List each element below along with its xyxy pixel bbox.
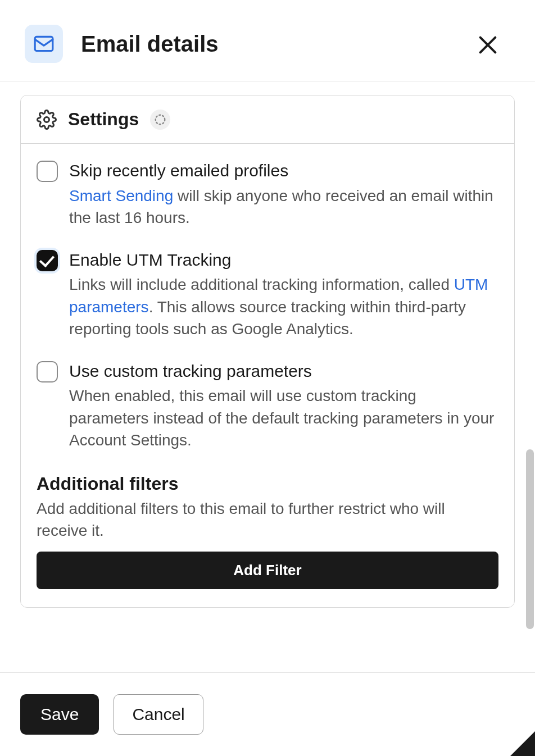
- close-button[interactable]: [475, 33, 500, 57]
- additional-filters-title: Additional filters: [37, 473, 498, 494]
- dialog-footer: Save Cancel: [0, 672, 535, 756]
- spinner-icon: [154, 113, 166, 126]
- additional-filters-desc: Add additional filters to this email to …: [37, 498, 498, 541]
- settings-panel-header: Settings: [21, 95, 514, 144]
- close-icon: [477, 34, 499, 56]
- settings-panel-title: Settings: [68, 109, 139, 130]
- option-enable-utm-tracking: Enable UTM Tracking Links will include a…: [37, 249, 498, 340]
- smart-sending-link[interactable]: Smart Sending: [69, 187, 173, 204]
- skip-recently-emailed-desc: Smart Sending will skip anyone who recei…: [69, 185, 498, 229]
- cancel-button[interactable]: Cancel: [114, 694, 203, 735]
- custom-tracking-label: Use custom tracking parameters: [69, 360, 498, 383]
- dialog-header: Email details: [0, 0, 535, 81]
- skip-recently-emailed-checkbox[interactable]: [37, 161, 58, 182]
- scrollbar-track[interactable]: [525, 95, 535, 635]
- custom-tracking-desc: When enabled, this email will use custom…: [69, 385, 498, 451]
- option-custom-tracking-parameters: Use custom tracking parameters When enab…: [37, 360, 498, 451]
- gear-icon: [37, 110, 57, 130]
- enable-utm-tracking-desc: Links will include additional tracking i…: [69, 274, 498, 340]
- mail-icon: [33, 33, 55, 54]
- enable-utm-tracking-label: Enable UTM Tracking: [69, 249, 498, 272]
- scrollbar-thumb[interactable]: [526, 449, 534, 629]
- settings-panel-body: Skip recently emailed profiles Smart Sen…: [21, 144, 514, 607]
- utm-desc-before: Links will include additional tracking i…: [69, 276, 454, 293]
- skip-recently-emailed-label: Skip recently emailed profiles: [69, 160, 498, 183]
- svg-point-4: [156, 115, 165, 124]
- skip-recently-emailed-text: Skip recently emailed profiles Smart Sen…: [69, 160, 498, 229]
- add-filter-button[interactable]: Add Filter: [37, 552, 498, 589]
- svg-rect-0: [35, 37, 53, 51]
- resize-handle[interactable]: [510, 731, 535, 756]
- option-skip-recently-emailed: Skip recently emailed profiles Smart Sen…: [37, 160, 498, 229]
- enable-utm-tracking-text: Enable UTM Tracking Links will include a…: [69, 249, 498, 340]
- settings-panel: Settings Skip recently emailed profiles …: [20, 95, 515, 608]
- svg-point-3: [44, 117, 49, 122]
- loading-spinner: [150, 110, 170, 130]
- enable-utm-tracking-checkbox[interactable]: [37, 250, 58, 271]
- custom-tracking-text: Use custom tracking parameters When enab…: [69, 360, 498, 451]
- save-button[interactable]: Save: [20, 694, 99, 735]
- dialog-title: Email details: [81, 31, 219, 57]
- custom-tracking-checkbox[interactable]: [37, 361, 58, 382]
- mail-icon-badge: [25, 25, 63, 63]
- dialog-body: Settings Skip recently emailed profiles …: [0, 81, 535, 625]
